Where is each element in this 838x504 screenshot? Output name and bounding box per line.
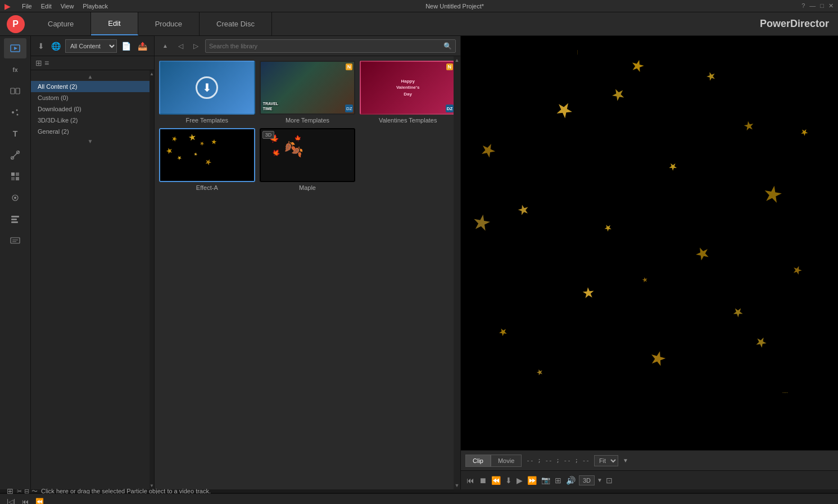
grid-display-button[interactable]: ⊞ — [554, 475, 563, 486]
grid-view-button[interactable]: ⊞ — [35, 58, 42, 67]
tab-edit[interactable]: Edit — [91, 12, 138, 35]
menu-view[interactable]: View — [61, 3, 74, 10]
category-list: ▲ All Content (2) Custom (0) Downloaded … — [31, 70, 150, 489]
nav-forward[interactable]: ▷ — [190, 40, 202, 52]
timeline-home-button[interactable]: ⏮ — [20, 497, 31, 505]
snapshot-button[interactable]: 📷 — [540, 475, 551, 485]
template-valentines-thumb: HappyValentine'sDay N DZ — [360, 61, 456, 115]
minimize-icon[interactable]: — — [809, 2, 816, 10]
list-view-button[interactable]: ≡ — [44, 58, 49, 67]
scroll-down[interactable]: ▼ — [31, 137, 150, 146]
export-button[interactable]: 📤 — [135, 40, 150, 52]
sidebar-color[interactable] — [4, 166, 26, 187]
template-maple[interactable]: 3D 🍁 🍂 🍁 🍁 🍂 Maple — [260, 128, 356, 191]
tab-create-disc[interactable]: Create Disc — [200, 12, 272, 35]
tab-movie[interactable]: Movie — [491, 455, 522, 467]
chevron-down-icon[interactable]: ▼ — [623, 457, 628, 464]
play-button[interactable]: ▶ — [515, 475, 524, 486]
help-icon[interactable]: ? — [801, 2, 805, 10]
fullscreen-button[interactable]: ⊡ — [605, 475, 614, 486]
stop-button[interactable]: ⏹ — [478, 475, 488, 486]
svg-rect-3 — [16, 88, 20, 94]
svg-rect-17 — [11, 219, 17, 220]
timecode-display: -- ; -- ; -- ; -- — [526, 457, 590, 464]
content-dropdown[interactable]: All Content — [65, 39, 117, 53]
panel-divider[interactable]: ⊞ ✂ ⊟ 〜 Click here or drag the selected … — [0, 489, 838, 493]
prev-frame-button[interactable]: ⏪ — [490, 475, 502, 486]
project-title: New Untitled Project* — [425, 3, 484, 10]
content-area: ▲ ◁ ▷ 🔍 ⬇ Free Templates — [155, 36, 461, 489]
badge-new: N — [346, 63, 353, 70]
template-effect-a[interactable]: 3D ★ ★ ★ ★ ★ ★ ★ ★ Effect-A — [159, 128, 255, 191]
timeline-section: |◁| ⏮ ⏪ 1. ▭ M ✓ 🔒 1. ♪ M ✓ 🔒 — [0, 493, 838, 504]
template-maple-label: Maple — [299, 184, 316, 191]
next-frame-button[interactable]: ⏩ — [526, 475, 538, 486]
sidebar-trim[interactable] — [4, 145, 26, 165]
scroll-up[interactable]: ▲ — [31, 72, 150, 81]
sidebar-fx[interactable]: fx — [4, 60, 26, 80]
menu-playback[interactable]: Playback — [83, 3, 108, 10]
import-button[interactable]: ⬇ — [35, 40, 47, 52]
timeline-snap-button[interactable]: |◁| — [4, 497, 17, 505]
category-downloaded[interactable]: Downloaded (0) — [31, 103, 150, 115]
grid-scroll-down[interactable]: ▼ — [455, 483, 460, 488]
svg-line-7 — [11, 151, 19, 159]
sidebar-audio[interactable] — [4, 188, 26, 208]
template-effect-a-label: Effect-A — [196, 184, 218, 191]
nav-buttons[interactable]: ◁ — [175, 40, 187, 52]
maximize-icon[interactable]: □ — [820, 2, 824, 10]
header-tabs: P Capture Edit Produce Create Disc Power… — [0, 12, 838, 36]
svg-point-15 — [14, 197, 16, 199]
svg-rect-19 — [11, 238, 20, 243]
category-all-content[interactable]: All Content (2) — [31, 81, 150, 92]
sidebar-media[interactable] — [4, 38, 26, 58]
search-box: 🔍 — [205, 39, 456, 53]
template-more[interactable]: TRAVELTIME N DZ More Templates — [260, 61, 356, 124]
svg-rect-2 — [11, 88, 15, 94]
import-file-button[interactable]: 📄 — [119, 40, 133, 52]
volume-button[interactable]: 🔊 — [565, 475, 577, 486]
sidebar-chapters[interactable] — [4, 209, 26, 229]
menu-file[interactable]: File — [22, 3, 32, 10]
sidebar-particles[interactable] — [4, 102, 26, 122]
grid-scroll-up[interactable]: ▲ — [455, 57, 460, 63]
import-url-button[interactable]: 🌐 — [49, 40, 63, 52]
template-free-label: Free Templates — [186, 117, 229, 124]
category-custom[interactable]: Custom (0) — [31, 92, 150, 103]
category-3d[interactable]: 3D/3D-Like (2) — [31, 115, 150, 126]
3d-dropdown-icon[interactable]: ▼ — [597, 477, 603, 483]
menu-edit[interactable]: Edit — [41, 3, 52, 10]
tab-capture[interactable]: Capture — [31, 12, 91, 35]
sidebar-titles[interactable]: T — [4, 124, 26, 144]
sidebar-transitions[interactable] — [4, 81, 26, 101]
template-valentines[interactable]: HappyValentine'sDay N DZ Valentines Temp… — [360, 61, 456, 124]
app-icon: ▶ — [4, 2, 11, 11]
svg-rect-12 — [11, 177, 15, 180]
template-free[interactable]: ⬇ Free Templates — [159, 61, 255, 124]
scroll-up-btn[interactable]: ▲ — [159, 41, 171, 51]
badge-new-val: N — [446, 63, 454, 70]
panel-scroll-up[interactable]: ▲ — [150, 71, 154, 76]
svg-rect-10 — [11, 172, 15, 176]
go-start-button[interactable]: ⏮ — [465, 475, 475, 486]
sidebar-subtitles[interactable] — [4, 230, 26, 251]
timeline-back-button[interactable]: ⏪ — [33, 497, 46, 505]
preview-panel: ★ ★ ★ ★ ★ ★ ★ ★ ★ ★ ★ ★ ★ ★ ★ ★ ★ ★ ★ ★ — [461, 36, 838, 489]
prev-segment-button[interactable]: ⬇ — [504, 475, 513, 486]
tab-clip[interactable]: Clip — [465, 455, 491, 467]
media-panel: ⬇ 🌐 All Content 📄 📤 ⊞ ≡ ▲ All Content (2… — [31, 36, 155, 489]
close-icon[interactable]: ✕ — [828, 2, 834, 10]
fit-dropdown[interactable]: Fit — [594, 455, 618, 466]
clip-movie-tabs: Clip Movie — [465, 455, 522, 467]
content-toolbar: ▲ ◁ ▷ 🔍 — [155, 36, 460, 56]
svg-point-4 — [12, 111, 14, 113]
tab-produce[interactable]: Produce — [138, 12, 200, 35]
svg-point-6 — [17, 114, 19, 116]
template-effect-a-thumb: 3D ★ ★ ★ ★ ★ ★ ★ ★ — [159, 128, 255, 182]
menu-bar: ▶ File Edit View Playback New Untitled P… — [0, 0, 838, 12]
search-input[interactable] — [209, 43, 443, 49]
3d-mode-button[interactable]: 3D — [579, 475, 595, 485]
svg-point-5 — [16, 110, 18, 111]
category-general[interactable]: General (2) — [31, 126, 150, 137]
svg-rect-11 — [16, 172, 19, 176]
